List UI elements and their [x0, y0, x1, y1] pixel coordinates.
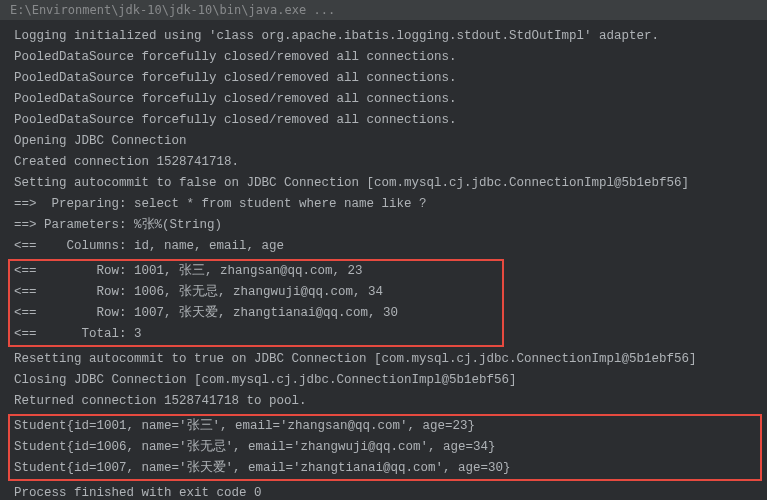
console-output: Logging initialized using 'class org.apa… — [0, 20, 767, 500]
log-line: Closing JDBC Connection [com.mysql.cj.jd… — [14, 370, 761, 391]
exit-line: Process finished with exit code 0 — [14, 483, 761, 500]
log-before-rows: Logging initialized using 'class org.apa… — [14, 26, 761, 257]
log-line: <== Columns: id, name, email, age — [14, 236, 761, 257]
log-line: PooledDataSource forcefully closed/remov… — [14, 68, 761, 89]
student-objects-highlight: Student{id=1001, name='张三', email='zhang… — [8, 414, 762, 481]
log-line: PooledDataSource forcefully closed/remov… — [14, 47, 761, 68]
log-line: ==> Preparing: select * from student whe… — [14, 194, 761, 215]
result-rows-highlight: <== Row: 1001, 张三, zhangsan@qq.com, 23 <… — [8, 259, 504, 347]
log-after: Process finished with exit code 0 — [14, 483, 761, 500]
student-line: Student{id=1001, name='张三', email='zhang… — [14, 416, 760, 437]
run-titlebar: E:\Environment\jdk-10\jdk-10\bin\java.ex… — [0, 0, 767, 20]
log-line: Returned connection 1528741718 to pool. — [14, 391, 761, 412]
log-line: Setting autocommit to false on JDBC Conn… — [14, 173, 761, 194]
log-line: PooledDataSource forcefully closed/remov… — [14, 110, 761, 131]
row-line: <== Row: 1007, 张天爱, zhangtianai@qq.com, … — [14, 303, 502, 324]
student-line: Student{id=1007, name='张天爱', email='zhan… — [14, 458, 760, 479]
log-line: Resetting autocommit to true on JDBC Con… — [14, 349, 761, 370]
log-line: Opening JDBC Connection — [14, 131, 761, 152]
log-line: Created connection 1528741718. — [14, 152, 761, 173]
row-line: <== Row: 1001, 张三, zhangsan@qq.com, 23 — [14, 261, 502, 282]
total-line: <== Total: 3 — [14, 324, 502, 345]
log-line: ==> Parameters: %张%(String) — [14, 215, 761, 236]
log-line: PooledDataSource forcefully closed/remov… — [14, 89, 761, 110]
log-mid: Resetting autocommit to true on JDBC Con… — [14, 349, 761, 412]
row-line: <== Row: 1006, 张无忌, zhangwuji@qq.com, 34 — [14, 282, 502, 303]
log-line: Logging initialized using 'class org.apa… — [14, 26, 761, 47]
student-line: Student{id=1006, name='张无忌', email='zhan… — [14, 437, 760, 458]
